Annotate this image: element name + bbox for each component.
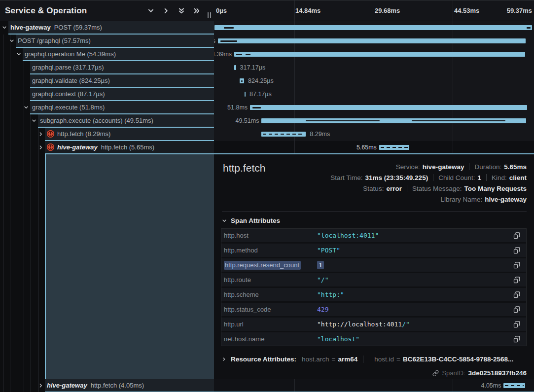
span-tree-row[interactable]: graphql.execute (51.8ms) [30,101,214,113]
timeline-gridline [374,61,374,74]
span-tree-row[interactable]: hive-gatewayPOST (59.37ms) [8,21,214,34]
row-expand-icon[interactable] [38,145,43,150]
timeline-tick: 14.84ms [295,7,320,14]
attribute-key: http.route [224,276,317,284]
copy-icon[interactable] [513,335,520,343]
attribute-value: "POST" [317,247,340,254]
copy-icon[interactable] [513,232,520,240]
span-duration-bar[interactable] [218,38,526,43]
span-attributes-header[interactable]: Span Attributes [222,217,280,224]
child-span-mark [241,80,243,82]
timeline-gridline [453,88,453,101]
span-duration-bar[interactable] [234,65,236,70]
span-tree-row[interactable]: POST /graphql (57.57ms) [16,35,214,47]
span-tree-row[interactable]: graphql.validate (824.25µs) [30,74,214,87]
copy-icon[interactable] [513,276,520,284]
timeline-gridline [453,61,453,74]
double-chevron-right-icon[interactable] [193,7,200,14]
row-expand-icon[interactable] [38,132,43,137]
timeline-row: 4.05ms [214,379,534,392]
attribute-key: http.method [224,247,317,254]
meta-label: Duration: [474,163,501,171]
span-duration-label: 317.17µs [240,61,266,74]
span-duration-bar[interactable] [261,118,526,123]
span-duration-label: 54.39ms [214,48,232,61]
attribute-value: "http://localhost:4011/" [317,321,410,328]
span-duration-bar[interactable] [379,145,409,150]
attribute-row: http.request.resend_count1 [221,258,526,272]
row-collapse-icon[interactable] [32,118,36,123]
copy-icon[interactable] [513,321,520,328]
copy-icon[interactable] [513,261,520,269]
attribute-row: http.status_code429 [221,303,526,316]
timeline-row: 87.17µs [214,88,534,101]
copy-icon[interactable] [513,247,520,254]
attribute-row: http.route"/" [221,273,526,286]
attribute-key: net.host.name [224,335,317,343]
span-duration-label: 87.17µs [249,88,272,101]
meta-value: client [509,174,527,181]
timeline-gridline [374,74,374,88]
link-icon[interactable] [432,370,439,376]
tree-header-icons [147,0,200,21]
copy-icon[interactable] [513,291,520,299]
span-duration-bar[interactable] [234,52,525,57]
span-operation-label: subgraph.execute (accounts) (49.51ms) [40,117,153,124]
span-duration-bar[interactable] [214,25,532,30]
span-id-label: SpanID: [442,369,465,377]
attribute-row: http.scheme"http:" [221,288,526,301]
timeline-row: 51.8ms [214,101,534,114]
meta-label: Kind: [492,174,507,181]
timeline-tick: 59.37ms [507,7,532,14]
span-tree-row[interactable]: graphql.operation Me (54.39ms) [23,48,214,60]
span-operation-label: http.fetch (5.65ms) [101,143,154,151]
attribute-key: http.host [224,232,317,239]
span-duration-bar[interactable] [250,105,527,110]
span-tree-row[interactable]: hive-gatewayhttp.fetch (4.05ms) [45,379,214,392]
span-tree-row[interactable]: graphql.parse (317.17µs) [30,61,214,73]
tree-indent-guide [10,35,10,392]
span-tree-row[interactable]: !http.fetch (8.29ms) [45,128,214,140]
span-duration-bar[interactable] [261,132,306,137]
chevron-right-icon[interactable] [163,7,170,14]
span-duration-label: 8.29ms [310,128,330,141]
meta-value: Too Many Requests [464,185,527,192]
chevron-down-icon[interactable] [147,7,154,14]
resource-attributes-row[interactable]: Resource Attributes:host.arch=arm64host.… [222,354,513,364]
span-duration-bar[interactable] [240,78,244,83]
double-chevron-down-icon[interactable] [178,7,185,14]
span-duration-bar[interactable] [503,383,525,388]
tree-indent-guide [31,114,31,392]
span-tree-row[interactable]: !hive-gatewayhttp.fetch (5.65ms) [45,141,214,153]
timeline-gridline [453,0,453,21]
tree-indent-guide [24,61,24,392]
child-span-mark [246,54,250,55]
detail-meta-line: Start Time:31ms (23:35:49.225)Child Coun… [330,172,527,183]
span-detail-panel: http.fetch Service:hive-gatewayDuration:… [214,154,534,379]
span-tree-row[interactable]: subgraph.execute (accounts) (49.51ms) [38,114,214,127]
child-span-marks [263,134,304,135]
attribute-value: 429 [317,306,328,313]
span-duration-label: 824.25µs [248,74,274,88]
timeline-gridline [374,0,374,21]
split-drag-handle-icon[interactable] [208,12,211,18]
meta-label: Start Time: [330,174,362,181]
timeline-row: 54.39ms [214,48,534,61]
row-collapse-icon[interactable] [24,105,29,110]
attribute-key: http.status_code [224,306,317,313]
copy-icon[interactable] [513,306,520,314]
span-detail-meta: Service:hive-gatewayDuration:5.65msStart… [330,161,527,205]
row-expand-icon[interactable] [38,383,43,388]
span-operation-label: graphql.context (87.17µs) [32,90,105,98]
child-span-mark [220,40,237,42]
timeline-tick: 29.68ms [375,7,400,14]
attribute-key: http.request.resend_count [224,261,317,269]
span-tree-row[interactable]: graphql.context (87.17µs) [30,88,214,100]
span-operation-label: graphql.operation Me (54.39ms) [25,50,116,58]
span-duration-bar[interactable] [245,92,246,97]
meta-label: Library Name: [440,196,482,203]
row-collapse-icon[interactable] [2,25,7,30]
timeline-gridline [294,379,295,392]
attribute-row: net.host.name"localhost" [221,332,526,346]
resource-value: BC62E13B-C4CC-5854-9788-2568... [403,356,513,363]
